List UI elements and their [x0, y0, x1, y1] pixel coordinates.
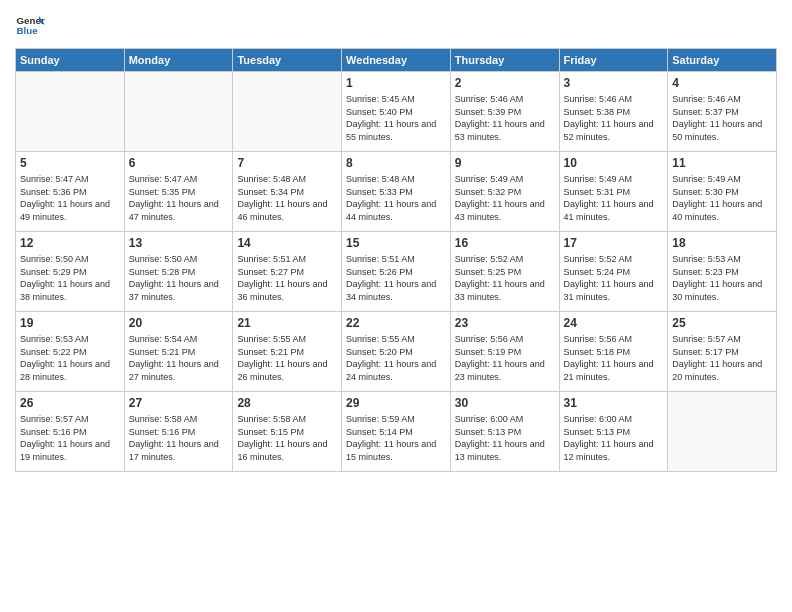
calendar-day: 6Sunrise: 5:47 AMSunset: 5:35 PMDaylight… [124, 152, 233, 232]
day-number: 6 [129, 156, 229, 170]
days-header-row: Sunday Monday Tuesday Wednesday Thursday… [16, 49, 777, 72]
calendar-day: 25Sunrise: 5:57 AMSunset: 5:17 PMDayligh… [668, 312, 777, 392]
calendar-day: 10Sunrise: 5:49 AMSunset: 5:31 PMDayligh… [559, 152, 668, 232]
calendar-week-row: 5Sunrise: 5:47 AMSunset: 5:36 PMDaylight… [16, 152, 777, 232]
day-number: 21 [237, 316, 337, 330]
calendar-day: 18Sunrise: 5:53 AMSunset: 5:23 PMDayligh… [668, 232, 777, 312]
calendar-day: 19Sunrise: 5:53 AMSunset: 5:22 PMDayligh… [16, 312, 125, 392]
calendar-day: 24Sunrise: 5:56 AMSunset: 5:18 PMDayligh… [559, 312, 668, 392]
day-info: Sunrise: 5:45 AMSunset: 5:40 PMDaylight:… [346, 93, 446, 143]
day-info: Sunrise: 5:53 AMSunset: 5:22 PMDaylight:… [20, 333, 120, 383]
day-info: Sunrise: 5:46 AMSunset: 5:38 PMDaylight:… [564, 93, 664, 143]
header-wednesday: Wednesday [342, 49, 451, 72]
calendar-day: 7Sunrise: 5:48 AMSunset: 5:34 PMDaylight… [233, 152, 342, 232]
day-number: 7 [237, 156, 337, 170]
logo: General Blue [15, 10, 45, 40]
calendar-day: 8Sunrise: 5:48 AMSunset: 5:33 PMDaylight… [342, 152, 451, 232]
day-number: 14 [237, 236, 337, 250]
day-info: Sunrise: 5:48 AMSunset: 5:34 PMDaylight:… [237, 173, 337, 223]
day-number: 18 [672, 236, 772, 250]
day-number: 12 [20, 236, 120, 250]
logo-icon: General Blue [15, 10, 45, 40]
calendar-day: 16Sunrise: 5:52 AMSunset: 5:25 PMDayligh… [450, 232, 559, 312]
day-info: Sunrise: 5:48 AMSunset: 5:33 PMDaylight:… [346, 173, 446, 223]
day-number: 3 [564, 76, 664, 90]
day-number: 22 [346, 316, 446, 330]
day-info: Sunrise: 5:56 AMSunset: 5:18 PMDaylight:… [564, 333, 664, 383]
header-thursday: Thursday [450, 49, 559, 72]
svg-text:Blue: Blue [17, 25, 39, 36]
calendar-day: 12Sunrise: 5:50 AMSunset: 5:29 PMDayligh… [16, 232, 125, 312]
day-number: 24 [564, 316, 664, 330]
calendar-day: 28Sunrise: 5:58 AMSunset: 5:15 PMDayligh… [233, 392, 342, 472]
day-number: 9 [455, 156, 555, 170]
day-number: 5 [20, 156, 120, 170]
header-tuesday: Tuesday [233, 49, 342, 72]
day-info: Sunrise: 5:57 AMSunset: 5:16 PMDaylight:… [20, 413, 120, 463]
day-info: Sunrise: 5:58 AMSunset: 5:15 PMDaylight:… [237, 413, 337, 463]
calendar-day: 30Sunrise: 6:00 AMSunset: 5:13 PMDayligh… [450, 392, 559, 472]
day-number: 23 [455, 316, 555, 330]
day-info: Sunrise: 5:59 AMSunset: 5:14 PMDaylight:… [346, 413, 446, 463]
day-number: 19 [20, 316, 120, 330]
day-info: Sunrise: 5:51 AMSunset: 5:26 PMDaylight:… [346, 253, 446, 303]
day-number: 8 [346, 156, 446, 170]
calendar-week-row: 12Sunrise: 5:50 AMSunset: 5:29 PMDayligh… [16, 232, 777, 312]
calendar-day: 20Sunrise: 5:54 AMSunset: 5:21 PMDayligh… [124, 312, 233, 392]
day-info: Sunrise: 5:50 AMSunset: 5:28 PMDaylight:… [129, 253, 229, 303]
day-number: 30 [455, 396, 555, 410]
day-info: Sunrise: 5:55 AMSunset: 5:20 PMDaylight:… [346, 333, 446, 383]
header: General Blue [15, 10, 777, 40]
calendar-day [16, 72, 125, 152]
calendar-day: 15Sunrise: 5:51 AMSunset: 5:26 PMDayligh… [342, 232, 451, 312]
day-number: 10 [564, 156, 664, 170]
day-info: Sunrise: 5:55 AMSunset: 5:21 PMDaylight:… [237, 333, 337, 383]
day-info: Sunrise: 5:56 AMSunset: 5:19 PMDaylight:… [455, 333, 555, 383]
day-number: 13 [129, 236, 229, 250]
calendar-day: 22Sunrise: 5:55 AMSunset: 5:20 PMDayligh… [342, 312, 451, 392]
day-info: Sunrise: 5:54 AMSunset: 5:21 PMDaylight:… [129, 333, 229, 383]
day-info: Sunrise: 6:00 AMSunset: 5:13 PMDaylight:… [564, 413, 664, 463]
calendar-day: 27Sunrise: 5:58 AMSunset: 5:16 PMDayligh… [124, 392, 233, 472]
day-info: Sunrise: 5:49 AMSunset: 5:30 PMDaylight:… [672, 173, 772, 223]
calendar-day: 2Sunrise: 5:46 AMSunset: 5:39 PMDaylight… [450, 72, 559, 152]
day-number: 2 [455, 76, 555, 90]
day-number: 11 [672, 156, 772, 170]
calendar-day [668, 392, 777, 472]
header-saturday: Saturday [668, 49, 777, 72]
calendar-day: 26Sunrise: 5:57 AMSunset: 5:16 PMDayligh… [16, 392, 125, 472]
day-number: 16 [455, 236, 555, 250]
calendar-day: 11Sunrise: 5:49 AMSunset: 5:30 PMDayligh… [668, 152, 777, 232]
calendar-day: 14Sunrise: 5:51 AMSunset: 5:27 PMDayligh… [233, 232, 342, 312]
calendar-day: 17Sunrise: 5:52 AMSunset: 5:24 PMDayligh… [559, 232, 668, 312]
day-info: Sunrise: 5:47 AMSunset: 5:35 PMDaylight:… [129, 173, 229, 223]
header-monday: Monday [124, 49, 233, 72]
calendar-day: 5Sunrise: 5:47 AMSunset: 5:36 PMDaylight… [16, 152, 125, 232]
day-info: Sunrise: 5:58 AMSunset: 5:16 PMDaylight:… [129, 413, 229, 463]
calendar-day: 1Sunrise: 5:45 AMSunset: 5:40 PMDaylight… [342, 72, 451, 152]
day-number: 15 [346, 236, 446, 250]
day-info: Sunrise: 5:49 AMSunset: 5:31 PMDaylight:… [564, 173, 664, 223]
calendar-day: 29Sunrise: 5:59 AMSunset: 5:14 PMDayligh… [342, 392, 451, 472]
calendar-container: General Blue Sunday Monday Tuesday Wedne… [0, 0, 792, 612]
header-friday: Friday [559, 49, 668, 72]
header-sunday: Sunday [16, 49, 125, 72]
day-info: Sunrise: 5:51 AMSunset: 5:27 PMDaylight:… [237, 253, 337, 303]
day-number: 26 [20, 396, 120, 410]
day-info: Sunrise: 5:57 AMSunset: 5:17 PMDaylight:… [672, 333, 772, 383]
calendar-day: 4Sunrise: 5:46 AMSunset: 5:37 PMDaylight… [668, 72, 777, 152]
day-number: 28 [237, 396, 337, 410]
day-number: 31 [564, 396, 664, 410]
calendar-week-row: 26Sunrise: 5:57 AMSunset: 5:16 PMDayligh… [16, 392, 777, 472]
day-info: Sunrise: 5:46 AMSunset: 5:37 PMDaylight:… [672, 93, 772, 143]
calendar-day [124, 72, 233, 152]
calendar-day: 23Sunrise: 5:56 AMSunset: 5:19 PMDayligh… [450, 312, 559, 392]
day-info: Sunrise: 5:46 AMSunset: 5:39 PMDaylight:… [455, 93, 555, 143]
calendar-day: 3Sunrise: 5:46 AMSunset: 5:38 PMDaylight… [559, 72, 668, 152]
calendar-table: Sunday Monday Tuesday Wednesday Thursday… [15, 48, 777, 472]
calendar-day: 31Sunrise: 6:00 AMSunset: 5:13 PMDayligh… [559, 392, 668, 472]
day-info: Sunrise: 6:00 AMSunset: 5:13 PMDaylight:… [455, 413, 555, 463]
day-info: Sunrise: 5:47 AMSunset: 5:36 PMDaylight:… [20, 173, 120, 223]
day-number: 29 [346, 396, 446, 410]
calendar-week-row: 1Sunrise: 5:45 AMSunset: 5:40 PMDaylight… [16, 72, 777, 152]
